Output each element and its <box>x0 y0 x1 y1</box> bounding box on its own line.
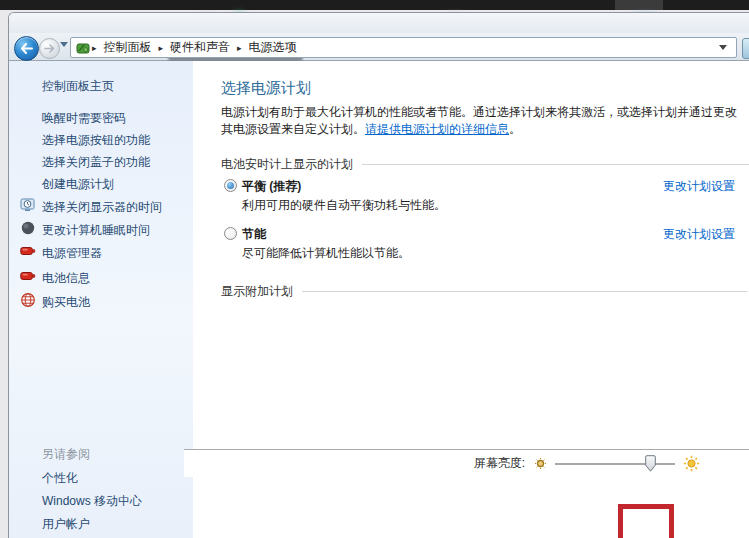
sidebar-item-require-password[interactable]: 唤醒时需要密码 <box>42 110 126 127</box>
power-saver-plan-name[interactable]: 节能 <box>242 226 266 243</box>
additional-plans-row: 显示附加计划 <box>221 283 749 300</box>
description-suffix: 。 <box>509 122 521 136</box>
plan-details-link[interactable]: 请提供电源计划的详细信息 <box>365 122 509 136</box>
window-titlebar <box>9 13 749 33</box>
battery-red-icon <box>20 268 36 284</box>
balanced-plan-name[interactable]: 平衡 (推荐) <box>242 178 301 195</box>
breadcrumb-separator-icon: ▸ <box>90 43 99 53</box>
sidebar-item-user-accounts[interactable]: 用户帐户 <box>42 516 90 533</box>
recent-pages-dropdown-icon[interactable] <box>60 42 68 47</box>
see-also-header: 另请参阅 <box>42 446 90 463</box>
forward-arrow-icon <box>44 44 55 53</box>
refresh-button-partial[interactable] <box>742 38 749 59</box>
power-saver-radio[interactable] <box>224 227 237 240</box>
display-clock-icon <box>20 197 36 213</box>
brightness-dim-icon <box>534 457 547 470</box>
additional-plans-label: 显示附加计划 <box>221 283 293 300</box>
address-dropdown-icon[interactable] <box>719 45 727 50</box>
breadcrumb-control-panel[interactable]: 控制面板 <box>99 39 157 56</box>
forward-button[interactable] <box>39 38 60 59</box>
brightness-label: 屏幕亮度: <box>474 455 525 472</box>
power-saver-plan-description: 尽可能降低计算机性能以节能。 <box>242 245 410 262</box>
sleep-moon-icon <box>20 220 36 236</box>
globe-red-icon <box>20 292 36 308</box>
sidebar-item-power-buttons[interactable]: 选择电源按钮的功能 <box>42 132 150 149</box>
sidebar-item-personalization[interactable]: 个性化 <box>42 470 78 487</box>
sidebar-item-power-manager[interactable]: 电源管理器 <box>42 245 102 262</box>
power-options-icon <box>76 41 90 55</box>
balanced-change-settings-link[interactable]: 更改计划设置 <box>663 178 735 195</box>
back-button[interactable] <box>14 36 39 61</box>
sidebar-item-control-panel-home[interactable]: 控制面板主页 <box>42 78 114 95</box>
balanced-plan-description: 利用可用的硬件自动平衡功耗与性能。 <box>242 197 446 214</box>
brightness-slider[interactable] <box>555 463 675 465</box>
group-divider <box>302 291 747 292</box>
sidebar-item-mobility-center[interactable]: Windows 移动中心 <box>42 493 142 510</box>
address-bar[interactable]: ▸ 控制面板 ▸ 硬件和声音 ▸ 电源选项 <box>70 37 737 58</box>
sidebar-item-display-off-time[interactable]: 选择关闭显示器的时间 <box>42 199 162 216</box>
group-divider <box>362 164 749 165</box>
breadcrumb-separator-icon: ▸ <box>235 43 244 53</box>
power-saver-change-settings-link[interactable]: 更改计划设置 <box>663 226 735 243</box>
sidebar: 控制面板主页 唤醒时需要密码 选择电源按钮的功能 选择关闭盖子的功能 创建电源计… <box>9 61 193 538</box>
back-arrow-icon <box>20 43 33 54</box>
brightness-slider-thumb[interactable] <box>645 455 656 472</box>
sidebar-item-battery-info[interactable]: 电池信息 <box>42 270 90 287</box>
battery-meter-group-header: 电池安时计上显示的计划 <box>221 156 749 173</box>
sidebar-item-sleep-time[interactable]: 更改计算机睡眠时间 <box>42 222 150 239</box>
page-title: 选择电源计划 <box>221 79 311 98</box>
battery-meter-group-label: 电池安时计上显示的计划 <box>221 156 353 173</box>
breadcrumb-power-options[interactable]: 电源选项 <box>244 39 302 56</box>
background-tab-hint <box>615 0 663 10</box>
annotation-red-rectangle <box>618 504 674 538</box>
page-description: 电源计划有助于最大化计算机的性能或者节能。通过选择计划来将其激活，或选择计划并通… <box>221 104 743 138</box>
brightness-bright-icon <box>683 455 700 472</box>
breadcrumb-separator-icon: ▸ <box>157 43 166 53</box>
sidebar-item-buy-battery[interactable]: 购买电池 <box>42 294 90 311</box>
breadcrumb-hardware-sound[interactable]: 硬件和声音 <box>165 39 235 56</box>
balanced-radio[interactable] <box>224 179 237 192</box>
battery-red-icon <box>20 243 36 259</box>
sidebar-item-lid-close[interactable]: 选择关闭盖子的功能 <box>42 154 150 171</box>
brightness-panel: 屏幕亮度: <box>184 449 749 477</box>
sidebar-item-create-plan[interactable]: 创建电源计划 <box>42 176 114 193</box>
